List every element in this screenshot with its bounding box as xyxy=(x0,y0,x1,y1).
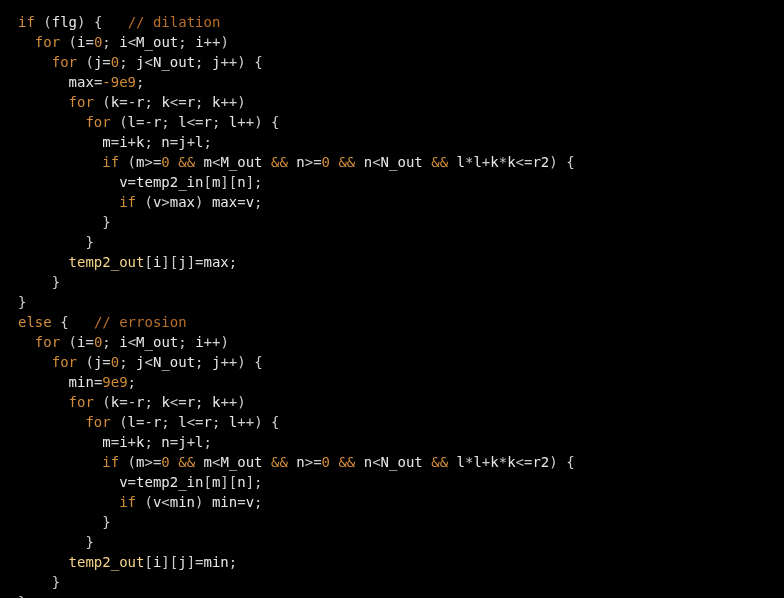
id-temp2-out: temp2_out xyxy=(69,554,145,570)
comment-dilation: // dilation xyxy=(128,14,221,30)
comment-errosion: // errosion xyxy=(94,314,187,330)
kw-else: else xyxy=(18,314,52,330)
kw-if: if xyxy=(18,14,35,30)
id-temp2-out: temp2_out xyxy=(69,254,145,270)
id-flg: flg xyxy=(52,14,77,30)
code-block: if (flg) { // dilation for (i=0; i<M_out… xyxy=(0,0,784,598)
